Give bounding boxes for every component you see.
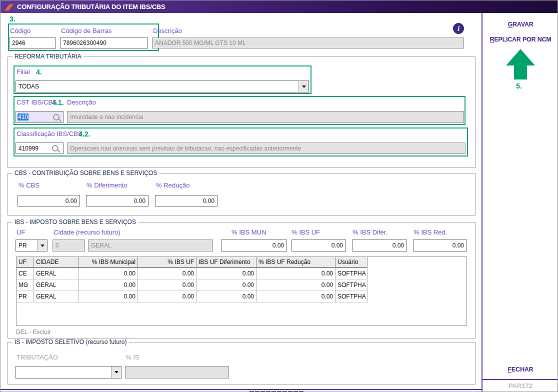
cell-reducao: 0.00: [256, 268, 336, 280]
sidebar-footer-divider: [482, 379, 558, 380]
cell-uf: PR: [16, 291, 34, 302]
cbs-pct-label: % CBS: [18, 182, 40, 189]
ibs-ufpct-input[interactable]: 0.00: [292, 240, 346, 252]
ibs-uf-dropdown-value: PR: [16, 242, 37, 249]
cell-ibs-municipal: 0.00: [79, 280, 138, 291]
is-pct-input: [125, 366, 229, 378]
cst-descricao-input: Imunidade e nao incidencia: [67, 111, 464, 123]
cell-usuario: SOFTPHA: [336, 268, 368, 280]
cbs-group: CBS - CONTRIBUIÇÃO SOBRE BENS E SERVIÇOS: [8, 173, 476, 216]
cbs-diferimento-input[interactable]: 0.00: [86, 195, 148, 206]
cell-diferimento: 0.00: [196, 280, 256, 291]
screen-code: PAR172: [482, 382, 558, 390]
classificacao-code-value: 410999: [18, 145, 38, 152]
cell-ibs-municipal: 0.00: [79, 291, 138, 302]
window-title: CONFIGURAÇÃO TRIBUTÁRIA DO ITEM IBS/CBS: [17, 3, 166, 10]
cell-uf: MG: [16, 280, 34, 291]
cell-cidade: GERAL: [34, 280, 79, 291]
cell-cidade: GERAL: [34, 291, 79, 302]
cell-ibs-uf: 0.00: [138, 268, 196, 280]
footer-logo-fragment: [250, 390, 314, 392]
cbs-reducao-label: % Redução: [156, 182, 190, 189]
ibs-cidade-label: Cidade (recurso futuro): [54, 228, 120, 236]
cell-diferimento: 0.00: [196, 268, 256, 280]
annotation-step-5: 5.: [516, 82, 522, 90]
ibs-uf-dropdown-button[interactable]: [37, 240, 47, 251]
cell-reducao: 0.00: [256, 291, 336, 302]
tributacao-label: TRIBUTAÇÃO: [16, 354, 58, 361]
chevron-down-icon: [114, 371, 118, 374]
ibs-caption: IBS - IMPOSTO SOBRE BENS E SERVIÇOS: [12, 218, 138, 226]
col-header[interactable]: UF: [16, 257, 34, 268]
search-icon[interactable]: [53, 114, 60, 120]
annotation-up-arrow-icon: [506, 49, 535, 80]
delete-hint: DEL - Excluir: [16, 328, 51, 336]
ibs-table[interactable]: UF CIDADE % IBS Municipal % IBS UF IBS U…: [16, 256, 467, 326]
ibs-uf-label: UF: [16, 228, 25, 236]
annotation-step-4-2: 4.2.: [78, 130, 90, 138]
col-header[interactable]: % IBS UF: [138, 257, 196, 268]
table-row[interactable]: CE GERAL 0.00 0.00 0.00 0.00 SOFTPHA: [16, 268, 466, 280]
annotation-step-4-1: 4.1.: [52, 98, 64, 106]
tributacao-dropdown-button[interactable]: [111, 366, 121, 378]
chevron-down-icon: [40, 244, 44, 247]
ibs-uf-dropdown[interactable]: PR: [16, 240, 48, 252]
replicar-por-ncm-button[interactable]: REPLICAR POR NCM: [482, 36, 558, 43]
classificacao-label: Classificação IBS/CBS: [16, 130, 82, 138]
codigo-input[interactable]: 2946: [9, 38, 56, 48]
col-header[interactable]: % IBS UF Redução: [256, 257, 336, 268]
col-header[interactable]: % IBS Municipal: [79, 257, 138, 268]
app-logo-icon: [4, 2, 14, 12]
codigo-barras-label: Código de Barras: [61, 27, 112, 34]
cell-usuario: SOFTPHA: [336, 280, 368, 291]
ibs-cidade-name-input: GERAL: [88, 240, 213, 252]
title-bar: CONFIGURAÇÃO TRIBUTÁRIA DO ITEM IBS/CBS: [0, 0, 558, 13]
col-header[interactable]: IBS UF Diferimento: [196, 257, 256, 268]
filial-dropdown-button[interactable]: [298, 81, 308, 92]
annotation-step-4: 4.: [36, 68, 42, 76]
cst-label: CST IBS/CBS: [16, 98, 57, 106]
ibs-cidade-code-input: 0: [52, 240, 85, 252]
tax-configuration-window: CONFIGURAÇÃO TRIBUTÁRIA DO ITEM IBS/CBS …: [0, 0, 558, 392]
cbs-pct-input[interactable]: 0.00: [18, 195, 80, 206]
fechar-button[interactable]: FECHAR: [482, 366, 558, 373]
cst-code-input[interactable]: 410: [16, 111, 64, 123]
codigo-barras-input[interactable]: 7896026300490: [60, 38, 148, 48]
ibs-mun-label: % IBS MUN: [232, 228, 266, 236]
cst-code-value: 410: [18, 114, 28, 120]
cell-uf: CE: [16, 268, 34, 280]
ibs-ufpct-label: % IBS UF: [292, 228, 320, 236]
cst-descricao-label: Descrição: [67, 98, 96, 106]
ibs-red-label: % IBS Red.: [414, 228, 447, 236]
descricao-input: ANADOR 500 MG/ML GTS 10 ML: [152, 38, 464, 48]
ibs-red-input[interactable]: 0.00: [413, 240, 467, 252]
search-icon[interactable]: [52, 145, 58, 152]
tributacao-dropdown[interactable]: [16, 366, 122, 378]
cbs-diferimento-label: % Diferimento: [86, 182, 128, 189]
sidebar-divider: [482, 13, 482, 392]
descricao-label: Descrição: [153, 27, 182, 34]
ibs-mun-input[interactable]: 0.00: [221, 240, 287, 252]
classificacao-descricao-input: Operacoes nao onerosas sem previsao de t…: [67, 142, 466, 154]
cell-ibs-uf: 0.00: [138, 291, 196, 302]
cell-ibs-municipal: 0.00: [79, 268, 138, 280]
col-header[interactable]: CIDADE: [34, 257, 79, 268]
cbs-caption: CBS - CONTRIBUIÇÃO SOBRE BENS E SERVIÇOS: [12, 170, 159, 176]
ibs-table-header: UF CIDADE % IBS Municipal % IBS UF IBS U…: [16, 257, 466, 268]
filial-dropdown[interactable]: TODAS: [16, 80, 309, 92]
cell-reducao: 0.00: [256, 280, 336, 291]
ibs-difer-input[interactable]: 0.00: [352, 240, 407, 252]
cbs-reducao-input[interactable]: 0.00: [155, 195, 218, 206]
gravar-button[interactable]: GRAVAR: [482, 21, 558, 28]
chevron-down-icon: [302, 86, 306, 88]
cell-cidade: GERAL: [34, 268, 79, 280]
annotation-step-3: 3.: [10, 15, 16, 23]
col-header[interactable]: Usuário: [336, 257, 368, 268]
is-caption: IS - IMPOSTO SELETIVO (recurso futuro): [12, 338, 129, 346]
table-row[interactable]: PR GERAL 0.00 0.00 0.00 0.00 SOFTPHA: [16, 291, 466, 302]
cell-usuario: SOFTPHA: [336, 291, 368, 302]
classificacao-code-input[interactable]: 410999: [16, 142, 64, 154]
table-row[interactable]: MG GERAL 0.00 0.00 0.00 0.00 SOFTPHA: [16, 280, 466, 291]
filial-dropdown-value: TODAS: [16, 83, 298, 90]
info-icon[interactable]: i: [453, 23, 464, 34]
